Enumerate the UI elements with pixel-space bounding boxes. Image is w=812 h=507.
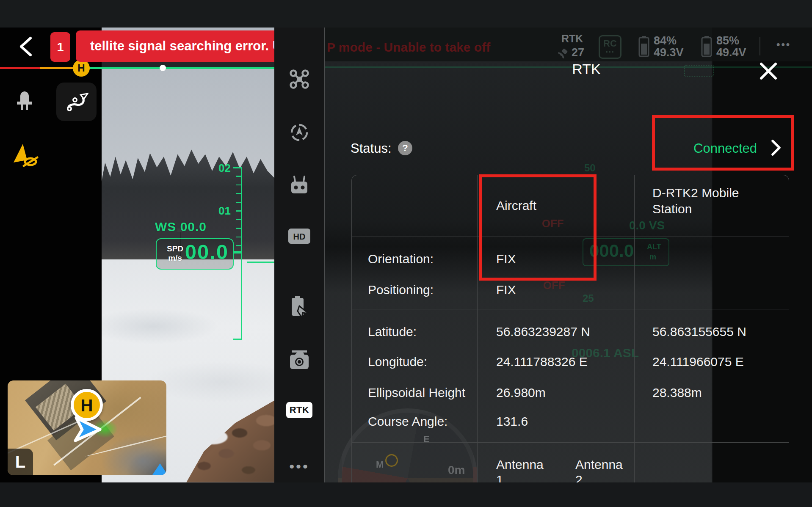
ghost-divider [760,37,760,55]
waypoint-route-button[interactable] [56,83,97,121]
ghost-flight-status-text: P mode - Unable to take off [327,40,490,55]
battery-settings-icon[interactable] [287,295,311,319]
ghost-more-dots: ••• [776,39,791,50]
beacon-led-icon[interactable] [12,87,37,113]
gps-antenna1-header: Antenna 1 [496,457,551,482]
battery1-icon [638,36,649,57]
aircraft-position-arrow [71,413,103,446]
waypoint-route-icon [64,89,90,115]
remote-controller-icon[interactable] [287,174,311,197]
gps-antenna2-header: Antenna 2 [575,457,630,482]
feed-top-shade [102,61,274,67]
horizon-line-segment [247,262,274,263]
status-line-green [81,67,274,69]
annotation-box-aircraft-column [479,174,597,281]
ghost-satellite-count: 27 [572,46,584,59]
panel-title: RTK [561,61,612,77]
ghost-battery2-pct: 85% [716,34,739,47]
close-icon[interactable] [758,61,779,82]
ghost-dashed-indicator [684,65,714,77]
speed-value: 00.0 [185,240,229,264]
ghost-battery2-volt: 49.4V [716,46,746,59]
row-label: Orientation: [368,252,434,266]
row-label: Course Angle: [368,414,447,429]
battery2-icon [701,36,712,57]
flight-mode-icon[interactable] [287,121,311,144]
row-label: Latitude: [368,325,417,339]
more-settings-icon[interactable]: ••• [289,458,309,475]
speaker-muted-icon[interactable] [11,143,40,169]
spd-unit: m/s [168,253,182,262]
ghost-tick-50: 50 [584,162,596,174]
aircraft-settings-icon[interactable] [287,67,311,91]
top-letterbox-bar [0,0,812,28]
map-layer-badge[interactable]: L [8,449,33,475]
camera-settings-icon[interactable] [287,348,311,372]
back-button[interactable] [15,35,36,58]
bottom-letterbox-bar [0,482,812,507]
row-value-aircraft: FIX [496,283,516,297]
spd-label: SPD [167,244,183,253]
app-screen: H 1 tellite signal searching error. Una [0,0,812,507]
satellite-icon [557,47,570,59]
ghost-battery1-volt: 49.3V [654,46,684,59]
ghost-battery1-pct: 84% [654,34,677,47]
tape-label-02: 02 [218,162,231,175]
ghost-rtk-label: RTK [561,33,583,45]
row-value-station: 28.388m [652,386,702,400]
help-icon[interactable]: ? [398,141,412,155]
tape-label-01: 01 [218,204,231,218]
error-count-badge[interactable]: 1 [50,32,70,62]
row-value-aircraft: 24.111788326 E [496,355,588,369]
status-label: Status: [351,141,392,156]
home-point-badge[interactable]: H [73,60,90,77]
status-line-dot [160,65,166,71]
speed-readout-box: SPDm/s 00.0 [156,238,234,270]
flight-status-line: H [0,67,274,69]
settings-toolbar: HD RTK ••• [274,28,325,482]
map-secondary-arrow [152,463,166,475]
column-header-station: D-RTK2 Mobile Station [652,185,775,217]
annotation-box-status [652,115,794,171]
status-line-red [0,67,40,69]
hd-transmission-icon[interactable]: HD [287,224,311,248]
wind-speed-readout: WS 00.0 [155,220,207,234]
row-value-aircraft: 26.980m [496,386,546,400]
svg-text:HD: HD [293,232,306,241]
row-value-station: 56.863155655 N [652,325,746,339]
row-label: Longitude: [368,355,427,369]
ghost-rc-badge: RC ▪▪▪ [599,35,621,59]
minimap[interactable]: H L [8,380,166,475]
row-value-station: 24.111966075 E [652,355,744,369]
row-value-aircraft: 56.863239287 N [496,325,590,339]
row-label: Positioning: [368,283,434,297]
row-label: Ellipsoidal Height [368,386,465,400]
row-value-aircraft: 131.6 [496,414,528,429]
rtk-settings-tab-active[interactable]: RTK [286,402,312,418]
error-banner[interactable]: tellite signal searching error. Una [76,30,274,62]
